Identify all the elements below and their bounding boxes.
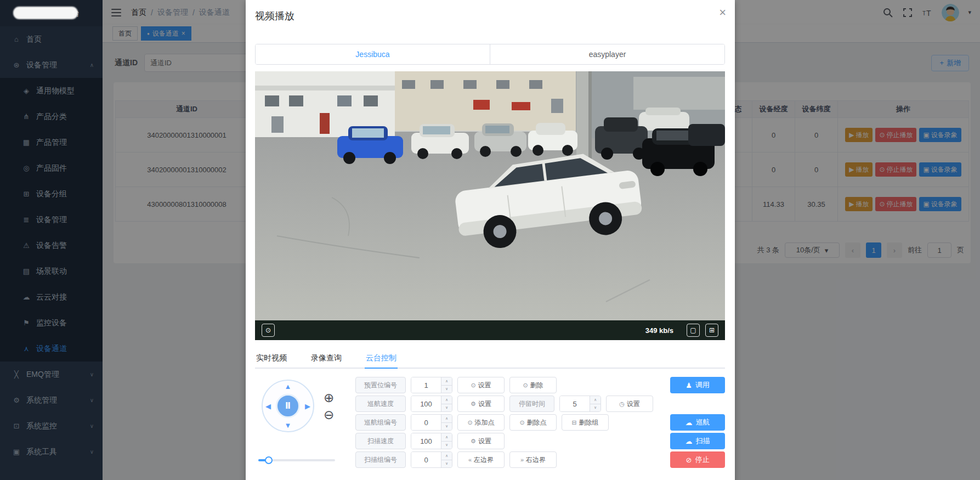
cruise-speed-label: 巡航速度 — [355, 396, 406, 412]
power-icon: ⊘ — [686, 456, 692, 464]
control-tabs: 实时视频 录像查询 云台控制 — [255, 350, 725, 369]
video-playback-modal: 视频播放 × Jessibuca easyplayer — [246, 0, 735, 480]
spin-down-icon[interactable]: ∨ — [441, 460, 452, 468]
cruise-group-input: ∧∨ — [411, 414, 452, 431]
spin-up-icon[interactable]: ∧ — [441, 433, 452, 441]
slider-handle[interactable] — [265, 456, 273, 464]
scan-group-row: 扫描组编号 ∧∨ «左边界 »右边界 ⊘停止 — [355, 451, 725, 468]
spin-up-icon[interactable]: ∧ — [441, 415, 452, 422]
bitrate-label: 349 kb/s — [645, 326, 673, 335]
logo-censor-blob — [13, 7, 78, 19]
cruise-button[interactable]: ☁巡航 — [670, 414, 725, 431]
dwell-time-set-button[interactable]: ◷设置 — [606, 396, 653, 412]
ptz-pause-button[interactable]: Ⅱ — [276, 394, 300, 418]
preset-delete-button[interactable]: ⊙删除 — [509, 377, 557, 393]
preset-number-label: 预置位编号 — [355, 377, 406, 393]
left-chevrons-icon: « — [468, 456, 472, 463]
pin-icon: ⊙ — [519, 419, 524, 426]
clock-icon: ◷ — [619, 400, 625, 408]
cruise-speed-row: 巡航速度 ∧∨ ⚙设置 停留时间 ∧∨ ◷设置 — [355, 396, 725, 412]
preset-number-input: ∧∨ — [411, 377, 452, 393]
tab-realtime-video[interactable]: 实时视频 — [255, 350, 288, 368]
tab-ptz-control[interactable]: 云台控制 — [365, 350, 398, 369]
pin-icon: ⊙ — [523, 382, 528, 389]
scan-group-label: 扫描组编号 — [355, 451, 406, 468]
spin-down-icon[interactable]: ∨ — [441, 385, 452, 393]
video-frame — [255, 71, 725, 320]
scan-speed-row: 扫描速度 ∧∨ ⚙设置 ☁扫描 — [355, 433, 725, 449]
spin-down-icon[interactable]: ∨ — [441, 422, 452, 431]
player-type-tabs: Jessibuca easyplayer — [255, 44, 725, 65]
dwell-time-input: ∧∨ — [559, 396, 601, 412]
scan-group-input: ∧∨ — [411, 451, 452, 468]
spin-down-icon[interactable]: ∨ — [441, 441, 452, 449]
add-point-button[interactable]: ⊙添加点 — [457, 414, 505, 431]
right-boundary-button[interactable]: »右边界 — [509, 451, 557, 468]
ptz-speed-slider[interactable] — [258, 456, 335, 464]
tab-jessibuca[interactable]: Jessibuca — [256, 44, 490, 64]
ptz-directional-pad: ▲ ▼ ◀ ▶ Ⅱ — [262, 380, 314, 432]
spin-up-icon[interactable]: ∧ — [441, 377, 452, 385]
ptz-form: 预置位编号 ∧∨ ⊙设置 ⊙删除 ♟调用 巡航速度 ∧∨ ⚙设置 停留时间 — [355, 377, 725, 470]
spin-up-icon[interactable]: ∧ — [441, 452, 452, 460]
preset-call-button[interactable]: ♟调用 — [670, 377, 725, 393]
stop-button[interactable]: ⊘停止 — [670, 451, 725, 468]
cruise-group-row: 巡航组编号 ∧∨ ⊙添加点 ⊙删除点 ⊟删除组 ☁巡航 — [355, 414, 725, 431]
cruise-speed-input: ∧∨ — [411, 396, 452, 412]
gear-icon: ⚙ — [471, 438, 476, 445]
cloud-icon: ☁ — [686, 437, 693, 445]
gear-icon: ⚙ — [471, 400, 476, 408]
ptz-pad-area: ▲ ▼ ◀ ▶ Ⅱ ⊕ ⊖ — [255, 379, 351, 469]
record-icon[interactable]: ⊙ — [262, 324, 275, 337]
scan-speed-input: ∧∨ — [411, 433, 452, 449]
app-window: 台 ⌂ 首页 ⊛ 设备管理 ∧ ◈通用物模型 ⋔产品分类 ▦产品管理 ◎产品固件… — [0, 0, 980, 480]
video-fullscreen-icon[interactable]: ⊞ — [705, 324, 718, 337]
scan-button[interactable]: ☁扫描 — [670, 433, 725, 449]
preset-row: 预置位编号 ∧∨ ⊙设置 ⊙删除 ♟调用 — [355, 377, 725, 393]
spin-down-icon[interactable]: ∨ — [590, 404, 601, 412]
scan-speed-set-button[interactable]: ⚙设置 — [457, 433, 505, 449]
modal-title: 视频播放 — [255, 9, 294, 22]
video-control-bar: ⊙ 349 kb/s ▢ ⊞ — [255, 320, 725, 340]
delete-point-button[interactable]: ⊙删除点 — [509, 414, 557, 431]
zoom-in-icon[interactable]: ⊕ — [324, 392, 334, 404]
right-chevrons-icon: » — [520, 456, 524, 463]
ptz-zoom-controls: ⊕ ⊖ — [324, 392, 334, 421]
left-boundary-button[interactable]: «左边界 — [457, 451, 505, 468]
tab-easyplayer[interactable]: easyplayer — [490, 44, 724, 64]
person-icon: ♟ — [686, 381, 692, 389]
dwell-time-label: 停留时间 — [509, 396, 554, 412]
ptz-down-icon[interactable]: ▼ — [285, 421, 292, 430]
tab-recording-query[interactable]: 录像查询 — [310, 350, 343, 368]
snapshot-icon[interactable]: ▢ — [687, 324, 700, 337]
close-icon[interactable]: × — [719, 7, 726, 19]
video-player: ⊙ 349 kb/s ▢ ⊞ — [255, 71, 725, 340]
spin-down-icon[interactable]: ∨ — [441, 404, 452, 412]
pause-icon: Ⅱ — [285, 401, 291, 411]
ptz-up-icon[interactable]: ▲ — [285, 382, 292, 391]
cloud-icon: ☁ — [686, 419, 693, 427]
ptz-right-icon[interactable]: ▶ — [305, 402, 310, 410]
cruise-speed-set-button[interactable]: ⚙设置 — [457, 396, 505, 412]
preset-set-button[interactable]: ⊙设置 — [457, 377, 505, 393]
cruise-group-label: 巡航组编号 — [355, 414, 406, 431]
trash-icon: ⊟ — [571, 419, 576, 426]
spin-up-icon[interactable]: ∧ — [441, 396, 452, 404]
pin-icon: ⊙ — [467, 419, 472, 426]
pin-icon: ⊙ — [471, 382, 475, 389]
ptz-left-icon[interactable]: ◀ — [265, 402, 271, 410]
spin-up-icon[interactable]: ∧ — [590, 396, 601, 404]
scan-speed-label: 扫描速度 — [355, 433, 406, 449]
zoom-out-icon[interactable]: ⊖ — [324, 409, 334, 421]
delete-group-button[interactable]: ⊟删除组 — [562, 414, 609, 431]
